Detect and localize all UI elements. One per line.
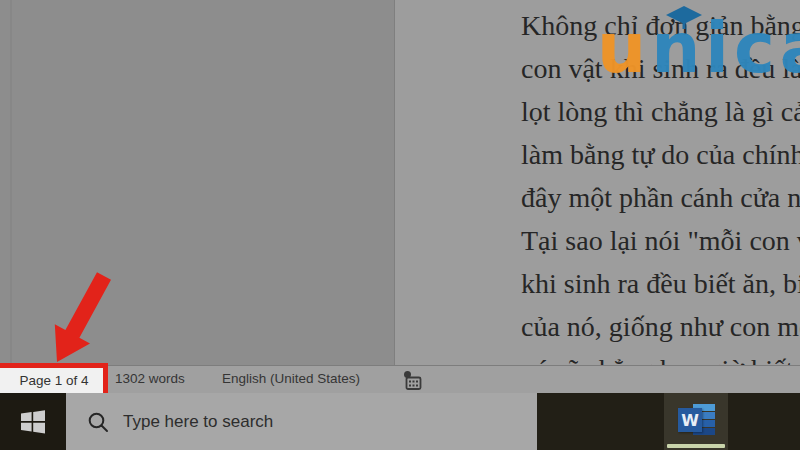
document-line: nó sẽ chẳng bao giờ biết hết <box>521 348 800 365</box>
search-icon <box>87 411 109 433</box>
start-button[interactable] <box>0 393 66 450</box>
word-app-icon: W <box>678 404 715 437</box>
word-count[interactable]: 1302 words <box>115 371 185 386</box>
document-line: khi sinh ra đều biết ăn, biết <box>521 262 800 305</box>
window-edge-line <box>10 0 12 365</box>
document-line: làm bằng tự do của chính n <box>521 133 800 176</box>
status-bar: 1302 words English (United States) <box>0 365 800 393</box>
taskbar-search[interactable]: Type here to search <box>66 393 537 450</box>
graduation-cap-icon <box>664 4 704 32</box>
screen: Không chỉ đơn giản bằng ncon vật khi sin… <box>0 0 800 450</box>
search-placeholder: Type here to search <box>123 412 273 432</box>
page-indicator[interactable]: Page 1 of 4 <box>13 373 88 388</box>
word-document-area: Không chỉ đơn giản bằng ncon vật khi sin… <box>0 0 800 365</box>
document-line: của nó, giống như con mèo <box>521 305 800 348</box>
word-taskbar-button[interactable]: W <box>664 393 728 450</box>
document-line: lọt lòng thì chẳng là gì cả. <box>521 90 800 133</box>
active-app-indicator <box>667 444 725 448</box>
language-indicator[interactable]: English (United States) <box>222 371 360 386</box>
taskbar: Type here to search W <box>0 393 800 450</box>
watermark-letter-u: u <box>597 8 651 88</box>
document-line: Tại sao lại nói "mỗi con vật <box>521 219 800 262</box>
windows-logo-icon <box>19 408 47 436</box>
document-line: đây một phần cánh cửa như <box>521 176 800 219</box>
annotation-arrow-icon <box>38 266 120 368</box>
proofing-status-icon[interactable] <box>402 370 424 391</box>
